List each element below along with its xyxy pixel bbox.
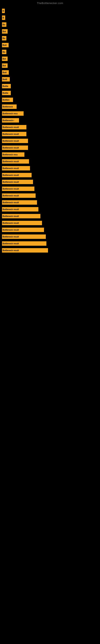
bar-row: Bottleneck result [2,172,100,178]
bar-row: Bottleneck result [2,226,100,233]
bar-row: Bottleneck result [2,185,100,192]
bar-label: Bottlen [2,98,13,102]
bar-label: Bottleneck result [2,125,26,130]
bar-row: Bott [2,69,100,76]
bar-row: Bottleneck [2,103,100,110]
bar-row: Bottleneck result [2,165,100,172]
bar-label: Bottleneck result [2,248,48,252]
bar-label: Bottleneck result [2,207,38,212]
bar-row: Bottleneck result [2,178,100,185]
bar-label: Bottle [2,84,11,88]
bar-label: Bottleneck resu [2,111,24,116]
bar-row: Bottleneck result [2,220,100,226]
bar-row: Bottleneck result [2,130,100,138]
bar-row: Bottleneck result [2,124,100,130]
bar-label: Bottleneck result [2,146,28,150]
bar-label: Bottleneck result [2,200,37,205]
bar-row: Bottleneck result [2,144,100,151]
bar-row: Bo [2,21,100,28]
bar-label: Bottleneck result [2,221,42,225]
bar-row: Bot [2,55,100,62]
bar-label: Bottleneck result [2,139,28,143]
bar-label: Bottl [2,77,10,82]
bar-row: Bottleneck r [2,117,100,124]
bar-label: Bottleneck result [2,166,30,170]
site-title: TheBottlenecker.com [0,0,100,6]
bar-row: Bottle [2,90,100,96]
bar-row: Bottl [2,76,100,83]
bar-row: Bo [2,35,100,42]
bar-row: Bottlen [2,96,100,103]
bar-label: Bo [2,22,6,27]
bar-label: Bottleneck result [2,234,46,239]
bar-row: Bot [2,28,100,35]
bar-label: Bott [2,43,9,47]
bar-row: Bottleneck result [2,233,100,240]
bar-label: Bottleneck result [2,186,34,191]
bar-row: Bottleneck result [2,206,100,213]
bar-row: Bottleneck result [2,213,100,220]
bar-row: Bottleneck result [2,192,100,199]
bar-label: Bottleneck resu [2,152,24,157]
bar-row: Bottleneck result [2,199,100,206]
bar-row: Bott [2,42,100,48]
bar-label: Bo [2,50,6,54]
bar-label: Bottleneck result [2,214,40,218]
bar-row: Bo [2,48,100,55]
bar-label: Bottleneck r [2,118,19,122]
bar-row: B [2,14,100,21]
bar-label: Bot [2,29,8,34]
bar-row: Bottleneck result [2,138,100,144]
bar-label: Bottleneck [2,104,17,109]
bar-row: Bottleneck result [2,247,100,254]
bar-label: Bottleneck result [2,180,33,184]
bar-label: Bot [2,56,8,61]
bar-row: Bottleneck resu [2,151,100,158]
bar-row: Bottleneck result [2,240,100,247]
bar-row: Bottleneck resu [2,110,100,117]
bar-label: Bo [2,36,6,40]
bar-row: Bottleneck result [2,158,100,165]
bars-container: BBBoBotBoBottBoBotBotBottBottlBottleBott… [0,6,100,254]
bar-label: Bottleneck result [2,228,44,232]
bar-row: B [2,8,100,14]
bar-label: Bottleneck result [2,194,36,198]
bar-row: Bottle [2,83,100,90]
bar-label: Bottle [2,91,11,95]
bar-row: Bot [2,62,100,69]
bar-label: Bot [2,64,8,68]
bar-label: B [2,9,5,13]
bar-label: Bottleneck result [2,159,29,164]
bar-label: Bott [2,70,9,75]
bar-label: B [2,16,5,20]
bar-label: Bottleneck result [2,132,26,136]
bar-label: Bottleneck result [2,241,47,246]
bar-label: Bottleneck result [2,173,32,177]
